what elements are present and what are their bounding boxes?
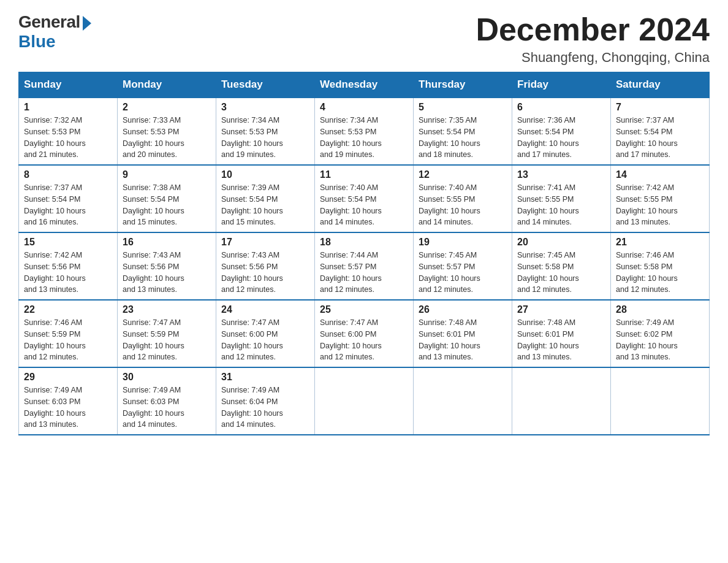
day-number: 2 — [123, 102, 211, 113]
location-subtitle: Shuangfeng, Chongqing, China — [476, 50, 710, 66]
calendar-cell — [315, 367, 414, 435]
day-info: Sunrise: 7:32 AM Sunset: 5:53 PM Dayligh… — [24, 115, 112, 161]
day-info: Sunrise: 7:34 AM Sunset: 5:53 PM Dayligh… — [221, 115, 309, 161]
calendar-cell: 8 Sunrise: 7:37 AM Sunset: 5:54 PM Dayli… — [19, 165, 118, 232]
calendar-cell: 28 Sunrise: 7:49 AM Sunset: 6:02 PM Dayl… — [611, 300, 710, 367]
day-number: 24 — [221, 304, 309, 315]
calendar-cell: 16 Sunrise: 7:43 AM Sunset: 5:56 PM Dayl… — [118, 232, 216, 300]
day-info: Sunrise: 7:40 AM Sunset: 5:54 PM Dayligh… — [320, 182, 408, 228]
day-number: 22 — [24, 304, 112, 315]
day-info: Sunrise: 7:45 AM Sunset: 5:58 PM Dayligh… — [517, 250, 605, 296]
calendar-cell: 7 Sunrise: 7:37 AM Sunset: 5:54 PM Dayli… — [611, 98, 710, 165]
day-info: Sunrise: 7:42 AM Sunset: 5:56 PM Dayligh… — [24, 250, 112, 296]
day-info: Sunrise: 7:49 AM Sunset: 6:02 PM Dayligh… — [616, 317, 704, 363]
day-info: Sunrise: 7:37 AM Sunset: 5:54 PM Dayligh… — [24, 182, 112, 228]
day-info: Sunrise: 7:47 AM Sunset: 6:00 PM Dayligh… — [320, 317, 408, 363]
day-info: Sunrise: 7:38 AM Sunset: 5:54 PM Dayligh… — [123, 182, 211, 228]
day-number: 31 — [221, 372, 309, 383]
day-info: Sunrise: 7:45 AM Sunset: 5:57 PM Dayligh… — [419, 250, 507, 296]
day-number: 6 — [517, 102, 605, 113]
title-block: December 2024 Shuangfeng, Chongqing, Chi… — [476, 12, 710, 66]
calendar-cell: 23 Sunrise: 7:47 AM Sunset: 5:59 PM Dayl… — [118, 300, 216, 367]
calendar-cell: 22 Sunrise: 7:46 AM Sunset: 5:59 PM Dayl… — [19, 300, 118, 367]
day-info: Sunrise: 7:46 AM Sunset: 5:58 PM Dayligh… — [616, 250, 704, 296]
calendar-cell: 18 Sunrise: 7:44 AM Sunset: 5:57 PM Dayl… — [315, 232, 414, 300]
calendar-cell: 11 Sunrise: 7:40 AM Sunset: 5:54 PM Dayl… — [315, 165, 414, 232]
logo-blue-text: Blue — [18, 32, 56, 52]
day-info: Sunrise: 7:49 AM Sunset: 6:04 PM Dayligh… — [221, 385, 309, 431]
calendar-cell: 12 Sunrise: 7:40 AM Sunset: 5:55 PM Dayl… — [414, 165, 512, 232]
day-number: 15 — [24, 237, 112, 248]
calendar-cell: 6 Sunrise: 7:36 AM Sunset: 5:54 PM Dayli… — [512, 98, 611, 165]
day-number: 12 — [419, 169, 507, 180]
day-info: Sunrise: 7:33 AM Sunset: 5:53 PM Dayligh… — [123, 115, 211, 161]
weekday-header-thursday: Thursday — [414, 72, 512, 98]
day-info: Sunrise: 7:35 AM Sunset: 5:54 PM Dayligh… — [419, 115, 507, 161]
day-info: Sunrise: 7:47 AM Sunset: 5:59 PM Dayligh… — [123, 317, 211, 363]
calendar-cell: 17 Sunrise: 7:43 AM Sunset: 5:56 PM Dayl… — [216, 232, 315, 300]
calendar-cell: 30 Sunrise: 7:49 AM Sunset: 6:03 PM Dayl… — [118, 367, 216, 435]
calendar-cell — [512, 367, 611, 435]
calendar-cell: 13 Sunrise: 7:41 AM Sunset: 5:55 PM Dayl… — [512, 165, 611, 232]
day-info: Sunrise: 7:46 AM Sunset: 5:59 PM Dayligh… — [24, 317, 112, 363]
day-info: Sunrise: 7:48 AM Sunset: 6:01 PM Dayligh… — [419, 317, 507, 363]
day-info: Sunrise: 7:42 AM Sunset: 5:55 PM Dayligh… — [616, 182, 704, 228]
day-number: 28 — [616, 304, 704, 315]
day-info: Sunrise: 7:43 AM Sunset: 5:56 PM Dayligh… — [123, 250, 211, 296]
day-info: Sunrise: 7:41 AM Sunset: 5:55 PM Dayligh… — [517, 182, 605, 228]
day-info: Sunrise: 7:43 AM Sunset: 5:56 PM Dayligh… — [221, 250, 309, 296]
calendar-cell: 25 Sunrise: 7:47 AM Sunset: 6:00 PM Dayl… — [315, 300, 414, 367]
weekday-header-wednesday: Wednesday — [315, 72, 414, 98]
logo: General Blue — [18, 12, 91, 52]
day-number: 3 — [221, 102, 309, 113]
calendar-cell: 5 Sunrise: 7:35 AM Sunset: 5:54 PM Dayli… — [414, 98, 512, 165]
calendar-cell: 2 Sunrise: 7:33 AM Sunset: 5:53 PM Dayli… — [118, 98, 216, 165]
calendar-cell: 15 Sunrise: 7:42 AM Sunset: 5:56 PM Dayl… — [19, 232, 118, 300]
calendar-table: SundayMondayTuesdayWednesdayThursdayFrid… — [18, 72, 710, 435]
day-info: Sunrise: 7:36 AM Sunset: 5:54 PM Dayligh… — [517, 115, 605, 161]
weekday-header-monday: Monday — [118, 72, 216, 98]
day-number: 9 — [123, 169, 211, 180]
weekday-header-saturday: Saturday — [611, 72, 710, 98]
day-number: 29 — [24, 372, 112, 383]
day-number: 10 — [221, 169, 309, 180]
calendar-cell: 20 Sunrise: 7:45 AM Sunset: 5:58 PM Dayl… — [512, 232, 611, 300]
day-number: 17 — [221, 237, 309, 248]
day-number: 25 — [320, 304, 408, 315]
calendar-cell: 27 Sunrise: 7:48 AM Sunset: 6:01 PM Dayl… — [512, 300, 611, 367]
day-number: 14 — [616, 169, 704, 180]
calendar-cell: 4 Sunrise: 7:34 AM Sunset: 5:53 PM Dayli… — [315, 98, 414, 165]
calendar-cell: 14 Sunrise: 7:42 AM Sunset: 5:55 PM Dayl… — [611, 165, 710, 232]
day-info: Sunrise: 7:44 AM Sunset: 5:57 PM Dayligh… — [320, 250, 408, 296]
weekday-header-sunday: Sunday — [19, 72, 118, 98]
logo-general-text: General — [18, 12, 80, 32]
day-info: Sunrise: 7:40 AM Sunset: 5:55 PM Dayligh… — [419, 182, 507, 228]
calendar-cell: 29 Sunrise: 7:49 AM Sunset: 6:03 PM Dayl… — [19, 367, 118, 435]
day-number: 11 — [320, 169, 408, 180]
day-number: 8 — [24, 169, 112, 180]
month-title: December 2024 — [476, 12, 710, 47]
calendar-cell: 26 Sunrise: 7:48 AM Sunset: 6:01 PM Dayl… — [414, 300, 512, 367]
calendar-cell — [611, 367, 710, 435]
day-number: 20 — [517, 237, 605, 248]
calendar-cell: 19 Sunrise: 7:45 AM Sunset: 5:57 PM Dayl… — [414, 232, 512, 300]
day-number: 7 — [616, 102, 704, 113]
weekday-header-tuesday: Tuesday — [216, 72, 315, 98]
calendar-cell: 3 Sunrise: 7:34 AM Sunset: 5:53 PM Dayli… — [216, 98, 315, 165]
day-info: Sunrise: 7:48 AM Sunset: 6:01 PM Dayligh… — [517, 317, 605, 363]
day-number: 4 — [320, 102, 408, 113]
weekday-header-friday: Friday — [512, 72, 611, 98]
calendar-cell: 21 Sunrise: 7:46 AM Sunset: 5:58 PM Dayl… — [611, 232, 710, 300]
calendar-cell: 9 Sunrise: 7:38 AM Sunset: 5:54 PM Dayli… — [118, 165, 216, 232]
day-info: Sunrise: 7:49 AM Sunset: 6:03 PM Dayligh… — [24, 385, 112, 431]
page-header: General Blue December 2024 Shuangfeng, C… — [18, 12, 710, 66]
day-info: Sunrise: 7:34 AM Sunset: 5:53 PM Dayligh… — [320, 115, 408, 161]
calendar-cell: 31 Sunrise: 7:49 AM Sunset: 6:04 PM Dayl… — [216, 367, 315, 435]
day-number: 18 — [320, 237, 408, 248]
calendar-cell — [414, 367, 512, 435]
logo-arrow-icon — [83, 16, 91, 31]
day-number: 27 — [517, 304, 605, 315]
day-info: Sunrise: 7:39 AM Sunset: 5:54 PM Dayligh… — [221, 182, 309, 228]
day-number: 19 — [419, 237, 507, 248]
day-info: Sunrise: 7:37 AM Sunset: 5:54 PM Dayligh… — [616, 115, 704, 161]
